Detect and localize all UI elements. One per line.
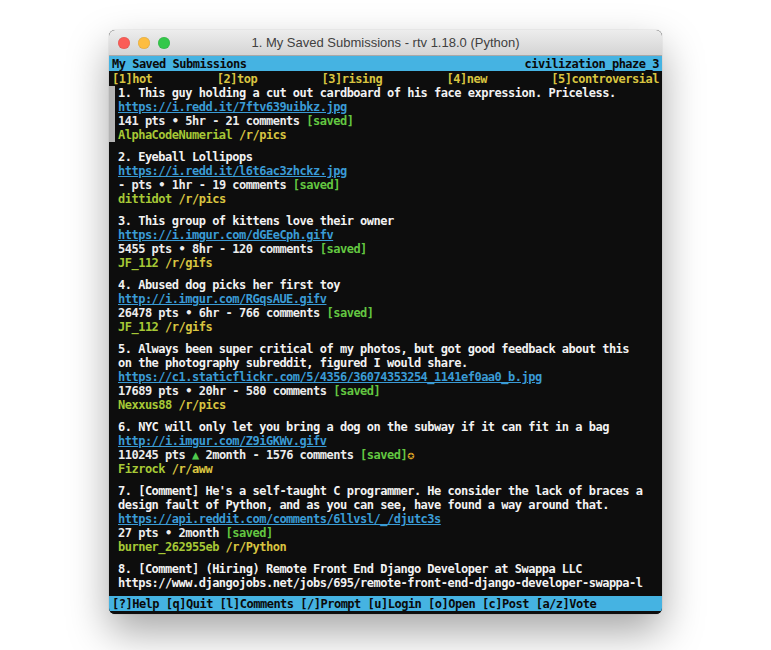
- submission-url[interactable]: https://api.reddit.com/comments/6llvsl/_…: [118, 512, 662, 526]
- command-post[interactable]: [c]Post: [482, 597, 536, 611]
- submission[interactable]: 4. Abused dog picks her first toyhttp://…: [109, 278, 662, 334]
- submission-url[interactable]: https://i.imgur.com/dGEeCph.gifv: [118, 228, 662, 242]
- window-title: 1. My Saved Submissions - rtv 1.18.0 (Py…: [109, 35, 662, 50]
- submission[interactable]: 6. NYC will only let you bring a dog on …: [109, 420, 662, 476]
- submission-subreddit[interactable]: /r/Python: [226, 540, 287, 554]
- selection-cursor: [109, 420, 115, 476]
- command-bar: [?]Help [q]Quit [l]Comments [/]Prompt [u…: [109, 596, 662, 611]
- tab-hot[interactable]: [1]hot: [112, 72, 152, 86]
- submission-content: 2. Eyeball Lollipopshttps://i.redd.it/l6…: [118, 150, 662, 206]
- submission[interactable]: 1. This guy holding a cut out cardboard …: [109, 86, 662, 142]
- command-vote[interactable]: [a/z]Vote: [536, 597, 597, 611]
- submission-title: 1. This guy holding a cut out cardboard …: [118, 86, 662, 100]
- submission-title: design fault of Python, and as you can s…: [118, 498, 662, 512]
- submission-subreddit[interactable]: /r/aww: [172, 462, 212, 476]
- close-window-button[interactable]: [118, 37, 130, 49]
- selection-cursor: [109, 150, 115, 206]
- command-help[interactable]: [?]Help: [112, 597, 166, 611]
- submission-url[interactable]: https://c1.staticflickr.com/5/4356/36074…: [118, 370, 662, 384]
- submission-title: 4. Abused dog picks her first toy: [118, 278, 662, 292]
- command-comments[interactable]: [l]Comments: [220, 597, 301, 611]
- saved-badge: [saved]: [320, 242, 367, 256]
- command-quit[interactable]: [q]Quit: [166, 597, 220, 611]
- submission[interactable]: 2. Eyeball Lollipopshttps://i.redd.it/l6…: [109, 150, 662, 206]
- tab-controversial[interactable]: [5]controversial: [551, 72, 659, 86]
- submission-author[interactable]: Nexxus88: [118, 398, 172, 412]
- submission-title: 6. NYC will only let you bring a dog on …: [118, 420, 662, 434]
- submission-content: 6. NYC will only let you bring a dog on …: [118, 420, 662, 476]
- submission-content: 8. [Comment] (Hiring) Remote Front End D…: [118, 562, 662, 596]
- selection-cursor: [109, 562, 115, 596]
- tab-rising[interactable]: [3]rising: [322, 72, 383, 86]
- submission[interactable]: 3. This group of kittens love their owne…: [109, 214, 662, 270]
- age-and-comments: 20hr - 580 comments: [199, 384, 334, 398]
- age-and-comments: 5hr - 21 comments: [185, 114, 306, 128]
- command-open[interactable]: [o]Open: [428, 597, 482, 611]
- window-controls: [118, 30, 170, 55]
- submission-stats: 5455 pts • 8hr - 120 comments [saved]: [118, 242, 662, 256]
- submission-stats: 26478 pts • 6hr - 766 comments [saved]: [118, 306, 662, 320]
- submission-byline: JF_112 /r/gifs: [118, 320, 662, 334]
- submission-url[interactable]: http://i.imgur.com/Z9iGKWv.gifv: [118, 434, 662, 448]
- submission-url[interactable]: https://i.redd.it/7ftv639uibkz.jpg: [118, 100, 662, 114]
- submission-content: 4. Abused dog picks her first toyhttp://…: [118, 278, 662, 334]
- byline-space: [172, 398, 179, 412]
- submission-content: 3. This group of kittens love their owne…: [118, 214, 662, 270]
- selection-cursor: [109, 86, 115, 142]
- submission-author[interactable]: Fizrock: [118, 462, 165, 476]
- age-and-comments: 2month: [179, 526, 226, 540]
- submission-title: 2. Eyeball Lollipops: [118, 150, 662, 164]
- titlebar[interactable]: 1. My Saved Submissions - rtv 1.18.0 (Py…: [109, 30, 662, 56]
- submission-content: 7. [Comment] He's a self-taught C progra…: [118, 484, 662, 554]
- selection-cursor: [109, 342, 115, 412]
- submission[interactable]: 8. [Comment] (Hiring) Remote Front End D…: [109, 562, 662, 596]
- zoom-window-button[interactable]: [158, 37, 170, 49]
- submission-subreddit[interactable]: /r/pics: [179, 398, 226, 412]
- submission-content: 1. This guy holding a cut out cardboard …: [118, 86, 662, 142]
- submission-stats: 27 pts • 2month [saved]: [118, 526, 662, 540]
- submission-subreddit[interactable]: /r/pics: [179, 192, 226, 206]
- submission-url[interactable]: http://i.imgur.com/RGqsAUE.gifv: [118, 292, 662, 306]
- saved-badge: [saved]: [226, 526, 273, 540]
- points-count: 110245 pts: [118, 448, 192, 462]
- tab-new[interactable]: [4]new: [447, 72, 487, 86]
- submission-title: 8. [Comment] (Hiring) Remote Front End D…: [118, 562, 662, 576]
- submission-url[interactable]: https://i.redd.it/l6t6ac3zhckz.jpg: [118, 164, 662, 178]
- submission-byline: burner_262955eb /r/Python: [118, 540, 662, 554]
- bullet-separator: •: [165, 526, 178, 540]
- age-and-comments: 2month - 1576 comments: [205, 448, 360, 462]
- byline-space: [165, 462, 172, 476]
- submission-subreddit[interactable]: /r/gifs: [165, 256, 212, 270]
- submission-subreddit[interactable]: /r/gifs: [165, 320, 212, 334]
- points-count: 26478 pts: [118, 306, 185, 320]
- points-count: 141 pts: [118, 114, 172, 128]
- points-count: 17689 pts: [118, 384, 185, 398]
- submission-author[interactable]: JF_112: [118, 320, 158, 334]
- submission-stats: 17689 pts • 20hr - 580 comments [saved]: [118, 384, 662, 398]
- submission-title: 3. This group of kittens love their owne…: [118, 214, 662, 228]
- submission-author[interactable]: dittidot: [118, 192, 172, 206]
- age-and-comments: 6hr - 766 comments: [199, 306, 327, 320]
- submission[interactable]: 5. Always been super critical of my phot…: [109, 342, 662, 412]
- submission-subreddit[interactable]: /r/pics: [239, 128, 286, 142]
- submission[interactable]: 7. [Comment] He's a self-taught C progra…: [109, 484, 662, 554]
- command-login[interactable]: [u]Login: [368, 597, 429, 611]
- status-bar: My Saved Submissions civilization_phaze_…: [109, 56, 662, 71]
- tab-top[interactable]: [2]top: [217, 72, 257, 86]
- submission-title: on the photography subreddit, figured I …: [118, 356, 662, 370]
- submission-stats: 141 pts • 5hr - 21 comments [saved]: [118, 114, 662, 128]
- points-count: - pts: [118, 178, 158, 192]
- submission-author[interactable]: JF_112: [118, 256, 158, 270]
- submission-author[interactable]: AlphaCodeNumerial: [118, 128, 232, 142]
- submission-content: 5. Always been super critical of my phot…: [118, 342, 662, 412]
- submission-title: https://www.djangojobs.net/jobs/695/remo…: [118, 576, 662, 590]
- command-prompt[interactable]: [/]Prompt: [300, 597, 367, 611]
- minimize-window-button[interactable]: [138, 37, 150, 49]
- submission-author[interactable]: burner_262955eb: [118, 540, 219, 554]
- submission-title: 5. Always been super critical of my phot…: [118, 342, 662, 356]
- sort-tabs: [1]hot[2]top[3]rising[4]new[5]controvers…: [109, 71, 662, 86]
- submission-byline: Nexxus88 /r/pics: [118, 398, 662, 412]
- saved-badge: [saved]: [306, 114, 353, 128]
- submission-stats: 110245 pts ▲ 2month - 1576 comments [sav…: [118, 448, 662, 462]
- age-and-comments: 8hr - 120 comments: [192, 242, 320, 256]
